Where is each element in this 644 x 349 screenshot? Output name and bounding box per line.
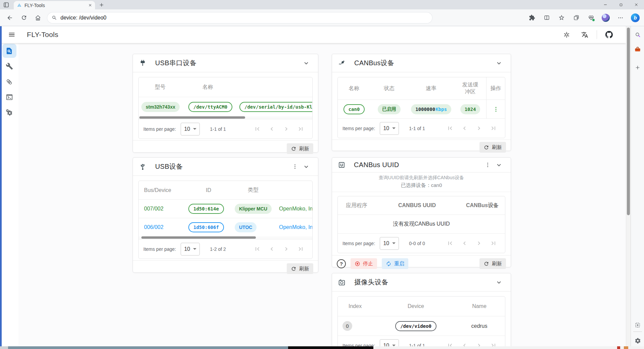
- maximize-button[interactable]: [613, 0, 629, 9]
- first-page-icon[interactable]: [447, 342, 454, 346]
- refresh-button[interactable]: 刷新: [479, 142, 506, 153]
- refresh-icon: [484, 261, 489, 267]
- refresh-button[interactable]: 刷新: [287, 263, 313, 274]
- refresh-button[interactable]: 刷新: [287, 143, 313, 154]
- collapse-chevron-icon[interactable]: [493, 57, 505, 69]
- last-page-icon[interactable]: [297, 125, 304, 132]
- table-header-row: Bus/Device ID 类型: [139, 181, 312, 199]
- next-page-icon[interactable]: [283, 245, 290, 253]
- sidebar-item-repair[interactable]: [0, 74, 18, 89]
- sidebar-settings-icon[interactable]: [631, 335, 644, 346]
- next-page-icon[interactable]: [283, 125, 290, 132]
- prev-page-icon[interactable]: [268, 245, 275, 253]
- refresh-icon: [484, 145, 489, 150]
- last-page-icon[interactable]: [490, 342, 497, 346]
- prev-page-icon[interactable]: [461, 125, 468, 132]
- horizontal-scrollbar[interactable]: [139, 116, 312, 119]
- browser-menu-icon[interactable]: [614, 12, 627, 24]
- refresh-button[interactable]: 刷新: [479, 258, 506, 269]
- next-page-icon[interactable]: [475, 240, 482, 247]
- caret-down-icon: [392, 242, 396, 244]
- card-title: CANBus UUID: [354, 161, 399, 169]
- sidebar-item-tools[interactable]: [0, 59, 18, 74]
- next-page-icon[interactable]: [475, 125, 482, 132]
- collapse-chevron-icon[interactable]: [301, 161, 312, 172]
- caret-down-icon: [392, 127, 396, 129]
- row-actions[interactable]: [486, 100, 505, 118]
- favorites-icon[interactable]: [555, 12, 567, 24]
- first-page-icon[interactable]: [254, 125, 261, 132]
- prev-page-icon[interactable]: [268, 125, 275, 132]
- stop-button[interactable]: 停止: [351, 258, 377, 269]
- tab-search-icon[interactable]: [3, 2, 9, 8]
- items-per-page-label: Items per page:: [342, 126, 375, 131]
- web-capture-icon[interactable]: [631, 319, 644, 331]
- page-size-select[interactable]: 10: [181, 243, 200, 256]
- table-row[interactable]: 0 /dev/video0 cedrus: [338, 316, 505, 336]
- toolbox-icon[interactable]: [631, 44, 644, 55]
- card-menu-icon[interactable]: [289, 161, 301, 172]
- first-page-icon[interactable]: [254, 245, 261, 253]
- browser-tab[interactable]: FLY-Tools: [14, 1, 95, 9]
- table-row[interactable]: stm32h743xx /dev/ttyACM0 /dev/serial/by-…: [139, 97, 312, 116]
- first-page-icon[interactable]: [447, 125, 454, 132]
- collections-icon[interactable]: [570, 12, 582, 24]
- sidebar-item-settings[interactable]: [0, 105, 18, 120]
- address-bar[interactable]: device: /dev/video0: [47, 12, 432, 24]
- bus-device: 006/002: [139, 224, 186, 230]
- first-page-icon[interactable]: [447, 240, 454, 247]
- table-row[interactable]: can0 已启用 1000000Kbps 1024: [338, 100, 505, 118]
- profile-avatar[interactable]: [600, 12, 612, 24]
- add-sidebar-item-icon[interactable]: [631, 62, 644, 73]
- home-icon[interactable]: [31, 11, 45, 25]
- collapse-chevron-icon[interactable]: [301, 57, 312, 69]
- page-size-select[interactable]: 10: [380, 237, 399, 250]
- menu-icon[interactable]: [5, 28, 19, 42]
- stop-icon: [355, 261, 360, 267]
- scrollbar-thumb[interactable]: [139, 116, 245, 119]
- theme-toggle-icon[interactable]: [560, 29, 572, 41]
- shopping-search-icon[interactable]: [631, 29, 644, 40]
- close-button[interactable]: [629, 0, 644, 9]
- split-screen-icon[interactable]: [541, 12, 553, 24]
- horizontal-scrollbar[interactable]: [139, 236, 312, 239]
- column-header: 应用程序: [338, 202, 388, 209]
- translate-icon[interactable]: [579, 29, 591, 41]
- card-header: 摄像头设备: [332, 273, 511, 292]
- page-size-select[interactable]: 10: [181, 123, 200, 135]
- column-header: 名称: [188, 84, 239, 91]
- prev-page-icon[interactable]: [461, 342, 468, 346]
- scrollbar-thumb[interactable]: [627, 28, 630, 215]
- background-window-strip: [0, 346, 644, 349]
- prev-page-icon[interactable]: [461, 240, 468, 247]
- card-menu-icon[interactable]: [482, 159, 493, 171]
- github-icon[interactable]: [603, 29, 615, 41]
- back-icon[interactable]: [3, 11, 17, 25]
- next-page-icon[interactable]: [475, 342, 482, 346]
- last-page-icon[interactable]: [490, 240, 497, 247]
- minimize-button[interactable]: [598, 0, 613, 9]
- table-row[interactable]: 006/002 1d50:606f UTOC OpenMoko, Inc. G: [139, 218, 312, 236]
- collapse-chevron-icon[interactable]: [493, 277, 505, 288]
- app-scrollbar[interactable]: [626, 26, 631, 346]
- page-size-select[interactable]: 10: [380, 339, 399, 347]
- help-button[interactable]: ?: [337, 259, 346, 268]
- refresh-icon: [291, 146, 296, 152]
- restart-button[interactable]: 重启: [382, 258, 408, 269]
- bing-copilot-icon[interactable]: b: [629, 12, 641, 24]
- browser-essentials-icon[interactable]: [585, 12, 597, 24]
- sidebar-item-terminal[interactable]: [0, 89, 18, 105]
- extensions-icon[interactable]: [526, 12, 538, 24]
- last-page-icon[interactable]: [490, 125, 497, 132]
- table-row[interactable]: 007/002 1d50:614e Klipper MCU OpenMoko, …: [139, 199, 312, 218]
- page-size-select[interactable]: 10: [380, 122, 399, 135]
- scrollbar-thumb[interactable]: [141, 236, 256, 239]
- refresh-icon[interactable]: [17, 11, 31, 25]
- new-tab-button[interactable]: [99, 2, 104, 7]
- tab-close-icon[interactable]: [88, 3, 92, 7]
- edge-sidebar: [631, 26, 644, 346]
- uuid-hints: 查询UUID前请先刷新并选择CANbus设备 已选择设备：can0: [332, 172, 511, 192]
- sidebar-item-device-search[interactable]: [0, 43, 18, 59]
- collapse-chevron-icon[interactable]: [493, 159, 505, 171]
- last-page-icon[interactable]: [297, 245, 304, 253]
